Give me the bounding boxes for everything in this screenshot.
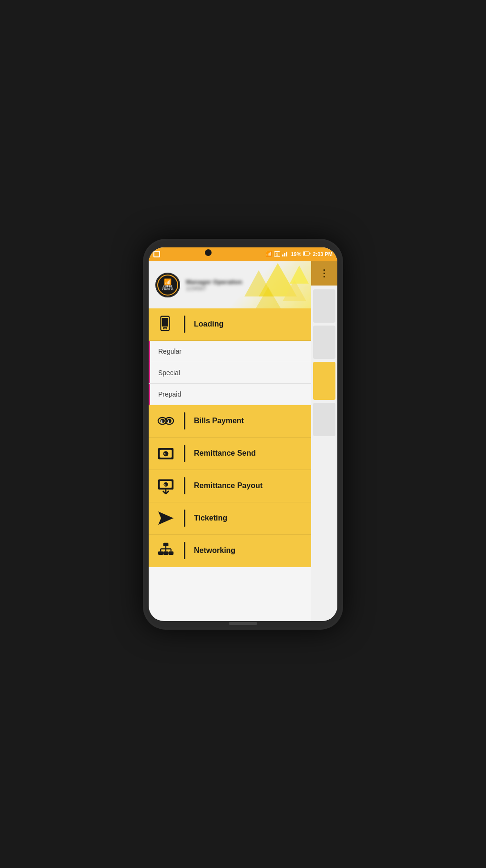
nav-item-loading[interactable]: Loading <box>149 308 311 341</box>
loading-label: Loading <box>194 320 223 328</box>
sub-item-regular-label: Regular <box>158 347 182 355</box>
svg-rect-0 <box>282 255 284 256</box>
signal-bars-icon <box>282 251 289 257</box>
side-menu-dots-icon[interactable]: ⋮ <box>319 267 329 279</box>
svg-rect-30 <box>163 543 169 546</box>
sub-items-loading: Regular Special Prepaid <box>149 341 311 405</box>
svg-rect-5 <box>310 253 311 254</box>
networking-icon <box>156 541 175 560</box>
svg-point-9 <box>163 328 164 329</box>
sub-item-special-label: Special <box>158 369 180 377</box>
main-content: ⋮ <box>149 261 337 621</box>
status-bar: 📶 2 19% 2:03 PM <box>149 247 337 261</box>
profile-name: Manager Operation <box>186 278 242 286</box>
bills-payment-label: Bills Payment <box>194 417 244 425</box>
svg-text:$: $ <box>164 452 166 457</box>
sub-item-regular[interactable]: Regular <box>149 341 311 362</box>
separator-remittance-send <box>184 445 185 462</box>
battery-icon <box>303 251 311 257</box>
bg-triangle-4 <box>252 287 285 308</box>
profile-id: 1234567 <box>186 286 242 291</box>
status-left <box>153 251 160 257</box>
remittance-payout-label: Remittance Payout <box>194 481 263 490</box>
status-right: 📶 2 19% 2:03 PM <box>265 251 333 257</box>
nav-item-networking[interactable]: Networking <box>149 535 311 567</box>
sim-icon: 2 <box>274 251 280 257</box>
side-panel: ⋮ <box>311 261 337 621</box>
battery-percent: 19% <box>291 251 301 257</box>
svg-text:$: $ <box>161 420 162 424</box>
nav-items-list: Loading Regular Special Prepaid <box>149 308 311 621</box>
bills-payment-icon: $ $ <box>156 411 175 430</box>
svg-rect-4 <box>304 252 305 255</box>
phone-home-button <box>229 622 257 625</box>
side-panel-header: ⋮ <box>311 261 337 286</box>
ticketing-icon <box>156 509 175 528</box>
nav-item-remittance-payout[interactable]: $ Remittance Payout <box>149 470 311 502</box>
svg-point-10 <box>164 328 165 329</box>
nav-item-ticketing[interactable]: Ticketing <box>149 502 311 535</box>
sub-item-prepaid[interactable]: Prepaid <box>149 384 311 405</box>
nav-item-remittance-send[interactable]: $ Remittance Send <box>149 438 311 470</box>
svg-rect-36 <box>158 551 163 555</box>
nav-panel: 📶 UNIFIED PRODUCTS & SERVICES Manager Op… <box>149 261 311 621</box>
side-panel-item-1 <box>313 289 335 323</box>
bg-triangle-5 <box>290 266 309 284</box>
svg-rect-1 <box>284 253 285 256</box>
logo-text: UNIFIED PRODUCTS & SERVICES <box>162 286 173 292</box>
wifi-icon: 📶 <box>265 251 272 257</box>
separator-bills <box>184 412 185 429</box>
ticketing-label: Ticketing <box>194 514 227 522</box>
time-display: 2:03 PM <box>313 251 333 257</box>
app-logo: 📶 UNIFIED PRODUCTS & SERVICES <box>155 273 180 297</box>
sub-item-prepaid-label: Prepaid <box>158 390 181 398</box>
logo-wifi-icon: 📶 <box>164 278 172 286</box>
svg-rect-8 <box>163 327 167 328</box>
separator-networking <box>184 542 185 559</box>
remittance-send-label: Remittance Send <box>194 449 256 458</box>
svg-rect-7 <box>162 318 168 327</box>
svg-point-11 <box>166 328 167 329</box>
remittance-send-icon: $ <box>156 444 175 463</box>
svg-text:$: $ <box>168 420 170 424</box>
side-panel-item-3 <box>313 362 335 400</box>
separator-remittance-payout <box>184 477 185 494</box>
nav-item-bills-payment[interactable]: $ $ Bills Payment <box>149 405 311 438</box>
profile-header: 📶 UNIFIED PRODUCTS & SERVICES Manager Op… <box>149 261 311 308</box>
svg-rect-37 <box>163 551 169 555</box>
screen-icon <box>153 251 160 257</box>
loading-icon <box>156 315 175 334</box>
side-panel-item-2 <box>313 326 335 359</box>
profile-info: Manager Operation 1234567 <box>186 278 242 291</box>
side-panel-item-4 <box>313 403 335 436</box>
phone-device: 📶 2 19% 2:03 PM <box>143 239 343 630</box>
remittance-payout-icon: $ <box>156 476 175 495</box>
logo-ring: 📶 UNIFIED PRODUCTS & SERVICES <box>157 275 178 296</box>
networking-label: Networking <box>194 546 235 555</box>
sub-item-special[interactable]: Special <box>149 362 311 384</box>
svg-rect-38 <box>168 551 173 555</box>
side-panel-items <box>311 286 337 442</box>
separator-ticketing <box>184 510 185 527</box>
phone-screen: 📶 2 19% 2:03 PM <box>149 247 337 621</box>
svg-rect-2 <box>286 252 287 256</box>
svg-text:$: $ <box>164 483 166 487</box>
separator-loading <box>184 316 185 333</box>
